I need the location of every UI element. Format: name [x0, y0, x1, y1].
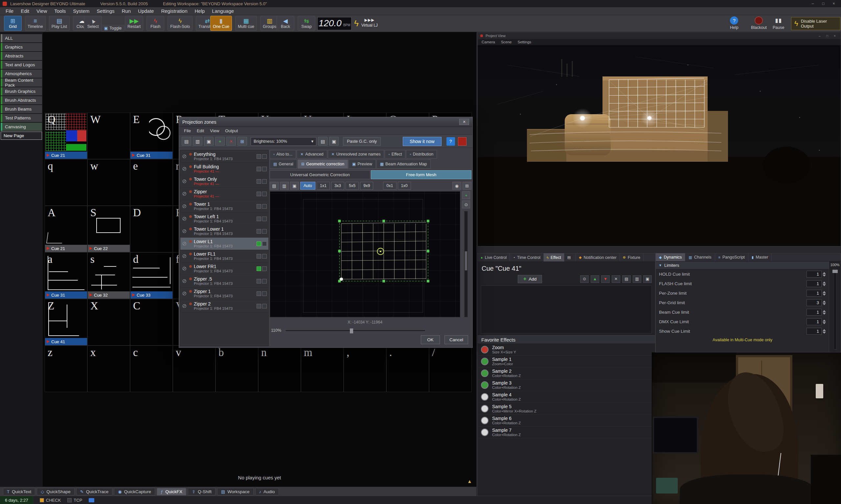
control-tab[interactable]: ◆ Notification center	[576, 253, 620, 262]
scrollbar-thumb[interactable]	[465, 251, 467, 270]
zone-mesh-icon[interactable]	[257, 179, 261, 184]
dialog-help-icon[interactable]: ?	[446, 137, 455, 146]
cue-grid-cell[interactable]: E Cue 31	[130, 112, 173, 159]
cue-label-bar[interactable]: Cue 31	[45, 291, 87, 299]
zone-tab[interactable]: ▦ Beam Attenuation Map	[377, 160, 431, 169]
zone-tab[interactable]: ▤ General	[270, 160, 297, 169]
virtual-lj-button[interactable]: ▶▶▶ Virtual LJ	[361, 18, 378, 28]
menu-item[interactable]: Edit	[17, 7, 33, 15]
menu-item[interactable]: Settings	[93, 7, 118, 15]
preview-menu-item[interactable]: Camera	[482, 40, 495, 44]
quick-tool-tab[interactable]: T QuickText	[3, 488, 35, 496]
cue-grid-cell[interactable]: v	[173, 345, 216, 392]
cue-grid-cell[interactable]: e	[130, 159, 173, 206]
control-tab[interactable]: ϟ Effect	[544, 253, 564, 262]
limiter-spinner[interactable]	[823, 272, 826, 276]
cue-grid-cell[interactable]: s Cue 32	[87, 252, 130, 299]
add-effect-button[interactable]: + Add	[518, 275, 542, 283]
zone-mesh-icon[interactable]	[257, 229, 261, 234]
cue-mode-button[interactable]: ▮ One Cue	[210, 16, 232, 31]
mesh-density-button[interactable]: 3x3	[331, 182, 344, 190]
mesh-open-icon[interactable]: ▥	[280, 182, 289, 190]
zone-checkbox[interactable]	[262, 192, 267, 196]
cue-label-bar[interactable]: Cue 21	[45, 245, 87, 252]
sidebar-category-item[interactable]: Graphics	[1, 43, 42, 51]
effect-clear-icon[interactable]: ✕	[612, 275, 620, 283]
limiter-value-field[interactable]: 1	[807, 280, 822, 287]
quick-tool-tab[interactable]: ƒ QuickFX	[157, 488, 186, 496]
check-checkbox[interactable]	[40, 498, 44, 502]
quick-tool-tab[interactable]: ◇ QuickShape	[37, 488, 74, 496]
master-slider[interactable]: 100%	[829, 262, 841, 352]
grid-expand-icon[interactable]: ▲	[467, 479, 472, 484]
transport-button[interactable]: ϟ Flash-Solo	[168, 16, 192, 31]
favorite-effect-row[interactable]: Sample 6 Color+Rotation Z	[478, 415, 655, 427]
zone-mesh-icon[interactable]	[257, 254, 261, 258]
cue-grid-cell[interactable]: ,	[344, 345, 386, 392]
view-mode-button[interactable]: ≡ Timeline	[25, 16, 46, 31]
cue-grid-cell[interactable]: C	[130, 299, 173, 345]
cue-label-bar[interactable]: Cue 31	[131, 151, 172, 159]
brightness-combo[interactable]: Brightness: 100% ▾	[251, 137, 316, 146]
spinner-down-icon[interactable]	[823, 275, 826, 276]
menu-item[interactable]: File	[2, 7, 17, 15]
dialog-menu-item[interactable]: Edit	[194, 128, 207, 133]
sidebar-category-item[interactable]: Beam Content Pack	[1, 78, 42, 87]
zone-checkbox[interactable]	[262, 154, 267, 159]
spinner-down-icon[interactable]	[823, 294, 826, 295]
cue-label-bar[interactable]: Cue 22	[88, 245, 130, 252]
limiter-spinner[interactable]	[823, 282, 826, 286]
limiters-header[interactable]: ▼ Limiters	[656, 262, 829, 269]
zone-grid-icon[interactable]: ⊞	[238, 137, 247, 146]
toggle-mode-button[interactable]: ▣ Toggle	[101, 25, 124, 32]
bpm-display[interactable]: 120.0 BPM	[317, 17, 351, 30]
mesh-zoom-icon[interactable]: ⊙	[462, 200, 470, 209]
control-tab[interactable]: ◔ Time Control	[510, 253, 544, 262]
cue-grid-cell[interactable]: z	[45, 345, 87, 392]
preview-window-control[interactable]: –	[817, 34, 823, 38]
cue-grid-cell[interactable]: Z Cue 41	[45, 299, 87, 345]
dialog-menu-item[interactable]: View	[207, 128, 222, 133]
preview-menu-item[interactable]: Settings	[518, 40, 532, 44]
cue-mode-button[interactable]: ▥ Groups	[260, 16, 279, 31]
limiter-spinner[interactable]	[823, 310, 826, 315]
zone-checkbox[interactable]	[262, 229, 267, 234]
nav-button[interactable]: ⇆ Swap	[298, 16, 315, 31]
zone-row[interactable]: Tower 1 Projector 1: FB4 15473	[181, 200, 269, 213]
cue-grid-cell[interactable]: b	[216, 345, 258, 392]
mesh-save-icon[interactable]: ▣	[290, 182, 299, 190]
zone-row[interactable]: Lower FL1 Projector 1: FB4 15473	[181, 250, 269, 263]
sidebar-category-item[interactable]: New Page	[1, 131, 42, 140]
window-control-button[interactable]: □	[819, 1, 828, 6]
zone-mesh-icon[interactable]	[257, 279, 261, 284]
effect-folder-icon[interactable]: ▥	[633, 275, 641, 283]
mesh-density-button[interactable]: 9x9	[360, 182, 373, 190]
spinner-down-icon[interactable]	[823, 284, 826, 286]
cue-grid-cell[interactable]: q	[45, 159, 87, 206]
zone-tab[interactable]: ▫ Effect	[385, 150, 406, 159]
cue-grid-cell[interactable]: X	[87, 299, 130, 345]
zone-row[interactable]: Tower Left 1 Projector 1: FB4 15473	[181, 213, 269, 225]
cue-grid-cell[interactable]: W	[87, 112, 130, 159]
zone-checkbox[interactable]	[262, 304, 267, 308]
zone-checkbox[interactable]	[262, 167, 267, 171]
mesh-density-button[interactable]: 1x0	[398, 182, 411, 190]
preview-titlebar[interactable]: Project View –□×	[478, 33, 841, 39]
spinner-down-icon[interactable]	[823, 303, 826, 305]
menu-item[interactable]: Language	[208, 7, 238, 15]
zone-mesh-icon[interactable]	[257, 204, 261, 209]
quick-tool-tab[interactable]: ✎ QuickTrace	[76, 488, 113, 496]
limiter-value-field[interactable]: 1	[807, 328, 822, 335]
limiter-spinner[interactable]	[823, 291, 826, 295]
spinner-up-icon[interactable]	[823, 329, 826, 331]
cue-grid-cell[interactable]: S Cue 22	[87, 206, 130, 252]
quick-tool-tab[interactable]: ◉ QuickCapture	[114, 488, 155, 496]
mesh-add-point-icon[interactable]: +	[462, 191, 470, 199]
transport-button[interactable]: ▶▶ Restart	[125, 16, 143, 31]
zone-row[interactable]: Zipper 2 Projector 1: FB4 15473	[181, 300, 269, 312]
zone-row[interactable]: Lower L1 Projector 1: FB4 15473	[181, 237, 269, 250]
zone-mesh-icon[interactable]	[257, 154, 261, 159]
zone-mesh-icon[interactable]	[257, 167, 261, 171]
zone-tab[interactable]: ⊞ Geometric correction	[298, 160, 348, 169]
effect-move-down-icon[interactable]: ▼	[601, 275, 610, 283]
